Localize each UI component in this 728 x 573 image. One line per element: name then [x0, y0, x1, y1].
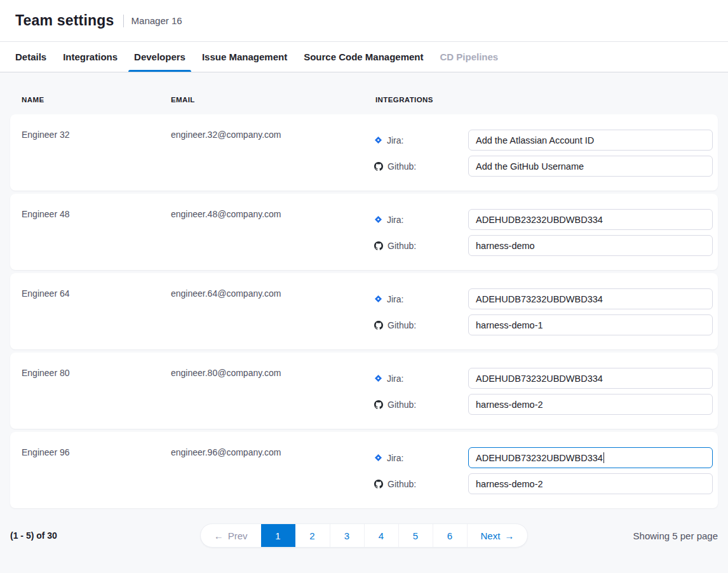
github-icon	[374, 400, 383, 409]
title-divider	[123, 15, 124, 27]
text-caret	[603, 452, 605, 463]
next-page-label: Next	[481, 530, 501, 541]
jira-icon	[374, 454, 382, 462]
github-integration-row: Github: Add the GitHub Username	[374, 156, 718, 177]
tab-integrations[interactable]: Integrations	[63, 42, 118, 72]
integrations-cell: Jira: ADEHUDB23232UBDWBD334 Github: harn…	[364, 194, 718, 270]
table-row: Engineer 64 engineer.64@company.com Jira…	[10, 273, 718, 349]
github-username-input[interactable]: harness-demo-1	[468, 314, 713, 335]
jira-integration-row: Jira: ADEHUDB73232UBDWBD334	[374, 288, 718, 309]
jira-label: Jira:	[387, 215, 403, 225]
jira-icon	[374, 295, 382, 303]
jira-integration-row: Jira: Add the Atlassian Account ID	[374, 130, 718, 151]
jira-icon	[374, 374, 382, 382]
page-subtitle: Manager 16	[131, 15, 182, 26]
column-header-email: EMAIL	[159, 96, 364, 104]
developer-email: engineer.80@company.com	[159, 353, 364, 429]
page-title: Team settings	[15, 12, 114, 29]
developer-email: engineer.64@company.com	[159, 273, 364, 349]
github-label: Github:	[388, 320, 416, 330]
jira-account-input[interactable]: ADEHUDB73232UBDWBD334	[468, 447, 713, 468]
github-integration-row: Github: harness-demo	[374, 235, 718, 256]
jira-account-input[interactable]: ADEHUDB23232UBDWBD334	[468, 209, 713, 230]
developer-email: engineer.48@company.com	[159, 194, 364, 270]
github-label: Github:	[388, 400, 416, 410]
github-username-input[interactable]: Add the GitHub Username	[468, 156, 713, 177]
arrow-right-icon: →	[504, 530, 514, 541]
jira-integration-row: Jira: ADEHUDB73232UBDWBD334	[374, 368, 718, 389]
jira-label: Jira:	[387, 374, 403, 384]
integrations-cell: Jira: ADEHUDB73232UBDWBD334 Github: harn…	[364, 273, 718, 349]
pagination-bar: (1 - 5) of 30 ← Prev 123456 Next → Showi…	[10, 523, 718, 548]
integrations-cell: Jira: Add the Atlassian Account ID Githu…	[364, 114, 718, 191]
results-range-label: (1 - 5) of 30	[10, 530, 200, 541]
page-button-5[interactable]: 5	[398, 524, 433, 547]
developer-name: Engineer 64	[10, 273, 159, 349]
github-label: Github:	[388, 161, 416, 172]
github-icon	[374, 480, 383, 489]
next-page-button[interactable]: Next →	[467, 524, 528, 547]
github-label: Github:	[388, 479, 416, 489]
tab-developers[interactable]: Developers	[134, 42, 185, 72]
github-icon	[374, 241, 383, 250]
github-integration-row: Github: harness-demo-2	[374, 394, 718, 415]
tab-details[interactable]: Details	[15, 42, 46, 72]
per-page-label: Showing 5 per page	[528, 530, 718, 541]
developers-table: NAME EMAIL INTEGRATIONS Engineer 32 engi…	[0, 72, 728, 548]
prev-page-button[interactable]: ← Prev	[201, 524, 261, 547]
page-button-4[interactable]: 4	[364, 524, 398, 547]
developer-name: Engineer 96	[10, 432, 159, 508]
developer-name: Engineer 80	[10, 353, 159, 429]
jira-label: Jira:	[387, 453, 403, 463]
page-button-2[interactable]: 2	[295, 524, 330, 547]
jira-account-input[interactable]: Add the Atlassian Account ID	[468, 130, 713, 151]
github-username-input[interactable]: harness-demo	[468, 235, 713, 256]
tab-bar: DetailsIntegrationsDevelopersIssue Manag…	[0, 42, 728, 72]
jira-icon	[374, 215, 382, 224]
page-header: Team settings Manager 16	[0, 0, 728, 42]
jira-account-input[interactable]: ADEHUDB73232UBDWBD334	[468, 288, 713, 309]
table-row: Engineer 80 engineer.80@company.com Jira…	[10, 353, 718, 429]
developer-name: Engineer 32	[10, 114, 159, 191]
github-label: Github:	[388, 241, 416, 251]
pager: ← Prev 123456 Next →	[200, 523, 529, 548]
jira-label: Jira:	[387, 135, 403, 145]
table-header-row: NAME EMAIL INTEGRATIONS	[10, 72, 718, 114]
github-username-input[interactable]: harness-demo-2	[468, 394, 713, 415]
jira-integration-row: Jira: ADEHUDB23232UBDWBD334	[374, 209, 718, 230]
developer-email: engineer.32@company.com	[159, 114, 364, 191]
integrations-cell: Jira: ADEHUDB73232UBDWBD334 Github: harn…	[364, 353, 718, 429]
developer-name: Engineer 48	[10, 194, 159, 270]
github-integration-row: Github: harness-demo-2	[374, 473, 718, 494]
column-header-name: NAME	[10, 96, 159, 104]
table-row: Engineer 96 engineer.96@company.com Jira…	[10, 432, 718, 508]
developer-email: engineer.96@company.com	[159, 432, 364, 508]
jira-integration-row: Jira: ADEHUDB73232UBDWBD334	[374, 447, 718, 468]
table-body: Engineer 32 engineer.32@company.com Jira…	[10, 114, 718, 508]
tab-cd-pipelines: CD Pipelines	[440, 42, 499, 72]
integrations-cell: Jira: ADEHUDB73232UBDWBD334 Github: harn…	[364, 432, 718, 508]
page-button-6[interactable]: 6	[433, 524, 467, 547]
prev-page-label: Prev	[228, 530, 248, 541]
table-row: Engineer 32 engineer.32@company.com Jira…	[10, 114, 718, 191]
tab-issue-management[interactable]: Issue Management	[202, 42, 287, 72]
page-button-3[interactable]: 3	[330, 524, 364, 547]
github-icon	[374, 321, 383, 330]
arrow-left-icon: ←	[214, 530, 224, 541]
page-button-1[interactable]: 1	[261, 524, 295, 547]
column-header-integrations: INTEGRATIONS	[364, 96, 718, 104]
tab-source-code-management[interactable]: Source Code Management	[304, 42, 423, 72]
table-row: Engineer 48 engineer.48@company.com Jira…	[10, 194, 718, 270]
github-icon	[374, 162, 383, 171]
jira-account-input[interactable]: ADEHUDB73232UBDWBD334	[468, 368, 713, 389]
github-username-input[interactable]: harness-demo-2	[468, 473, 713, 494]
jira-icon	[374, 136, 382, 144]
github-integration-row: Github: harness-demo-1	[374, 314, 718, 335]
jira-label: Jira:	[387, 294, 403, 304]
